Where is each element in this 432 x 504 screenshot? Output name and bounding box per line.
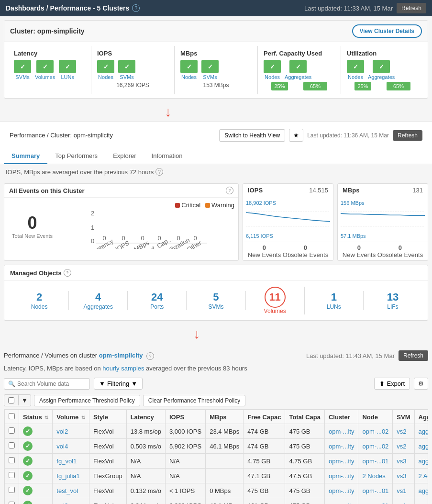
agg-link-3[interactable]: aggr3 [419, 458, 428, 465]
vol4-link[interactable]: vol4 [56, 443, 68, 450]
agg-link-5[interactable]: aggr1 [419, 487, 428, 494]
th-cluster[interactable]: Cluster [324, 410, 358, 424]
search-box[interactable]: 🔍 [4, 378, 90, 390]
agg-link-4[interactable]: 2 Ag...tes [419, 472, 428, 480]
managed-volumes-num[interactable]: 11 [265, 287, 286, 308]
clear-policy-button[interactable]: Clear Performance Threshold Policy [143, 395, 246, 406]
agg-link-6[interactable]: aggr3 [419, 502, 428, 504]
volumes-title-cluster[interactable]: opm-simplicity [99, 352, 143, 359]
th-volume[interactable]: Volume ⇅ [53, 410, 89, 424]
test-vol-link[interactable]: test_vol [56, 487, 78, 494]
managed-luns-label[interactable]: LUNs [305, 303, 363, 310]
managed-aggregates-num[interactable]: 4 [69, 291, 127, 303]
check-label-util-agg[interactable]: Aggregates [368, 74, 395, 80]
help-icon[interactable]: ? [132, 4, 140, 12]
check-label-luns[interactable]: LUNs [61, 74, 74, 80]
managed-svms-num[interactable]: 5 [187, 291, 245, 303]
row-checkbox-2[interactable] [9, 442, 15, 448]
settings-button[interactable]: ⚙ [414, 378, 428, 390]
th-status[interactable]: Status ⇅ [19, 410, 53, 424]
td-checkbox-4[interactable] [5, 469, 19, 483]
check-label-iops-svms[interactable]: SVMs [120, 74, 133, 80]
managed-lifs-num[interactable]: 13 [364, 291, 422, 303]
tab-top-performers[interactable]: Top Performers [47, 148, 105, 164]
volumes-refresh-button[interactable]: Refresh [399, 350, 428, 361]
tab-summary[interactable]: Summary [4, 148, 47, 164]
td-checkbox-1[interactable] [5, 424, 19, 439]
managed-aggregates-label[interactable]: Aggregates [69, 303, 127, 310]
managed-volumes-label[interactable]: Volumes [264, 308, 286, 314]
managed-luns-num[interactable]: 1 [305, 291, 363, 303]
td-checkbox-2[interactable] [5, 439, 19, 454]
check-label-svms[interactable]: SVMs [15, 74, 29, 80]
check-label-perf-nodes[interactable]: Nodes [265, 74, 280, 80]
check-label-mbps-nodes[interactable]: Nodes [181, 74, 197, 80]
tab-explorer[interactable]: Explorer [105, 148, 144, 164]
check-label-mbps-svms[interactable]: SVMs [203, 74, 217, 80]
switch-health-button[interactable]: Switch to Health View [219, 129, 285, 142]
svm-link-6[interactable]: vs1 [397, 502, 406, 504]
svm-link-2[interactable]: vs2 [397, 443, 406, 450]
cluster-link-5[interactable]: opm-...ity [329, 487, 354, 494]
managed-lifs-label[interactable]: LIFs [364, 303, 422, 310]
th-free-cap[interactable]: Free Capac [244, 410, 285, 424]
view-cluster-details-button[interactable]: View Cluster Details [352, 24, 422, 38]
all-events-help-icon[interactable]: ? [226, 187, 233, 194]
filter-button[interactable]: ▼ Filtering ▼ [94, 378, 143, 390]
cluster-link-6[interactable]: opm-...ity [329, 502, 354, 504]
checkbox-area[interactable] [4, 395, 19, 405]
tab-information[interactable]: Information [144, 148, 190, 164]
th-svm[interactable]: SVM [393, 410, 414, 424]
cluster-link-4[interactable]: opm-...ity [329, 472, 354, 480]
vol2-link[interactable]: vol2 [56, 428, 68, 435]
perf-refresh-button[interactable]: Refresh [393, 130, 422, 141]
export-button[interactable]: ⬆ Export [374, 378, 410, 390]
th-mbps[interactable]: MBps [206, 410, 244, 424]
cluster-link-2[interactable]: opm-...ity [329, 443, 354, 450]
agg-link-2[interactable]: aggr4 [419, 443, 428, 450]
fg-vol1-link[interactable]: fg_vol1 [56, 458, 77, 465]
row-checkbox-5[interactable] [9, 487, 15, 493]
assign-policy-button[interactable]: Assign Performance Threshold Policy [34, 395, 140, 406]
fg-julia1-link[interactable]: fg_julia1 [56, 472, 79, 480]
th-aggregate[interactable]: Aggregate [414, 410, 428, 424]
th-checkbox[interactable] [5, 410, 19, 424]
vol3-link[interactable]: vol3 [56, 502, 68, 504]
node-link-3[interactable]: opm-...01 [362, 458, 388, 465]
managed-svms-label[interactable]: SVMs [187, 303, 245, 310]
row-checkbox-6[interactable] [9, 502, 15, 504]
select-all-checkbox[interactable] [8, 397, 14, 403]
th-total-cap[interactable]: Total Capa [285, 410, 325, 424]
th-latency[interactable]: Latency [126, 410, 165, 424]
star-button[interactable]: ★ [289, 129, 303, 142]
checkbox-dropdown-arrow[interactable]: ▼ [19, 395, 31, 406]
summary-help-icon[interactable]: ? [155, 168, 163, 176]
th-iops[interactable]: IOPS [165, 410, 205, 424]
row-checkbox-4[interactable] [9, 472, 15, 478]
agg-link-1[interactable]: aggr4 [419, 428, 428, 435]
check-label-volumes[interactable]: Volumes [35, 74, 55, 80]
svm-link-3[interactable]: vs3 [397, 458, 406, 465]
row-checkbox-3[interactable] [9, 457, 15, 463]
cluster-link-3[interactable]: opm-...ity [329, 458, 354, 465]
svm-link-4[interactable]: vs3 [397, 472, 406, 480]
th-style[interactable]: Style [89, 410, 126, 424]
td-checkbox-3[interactable] [5, 454, 19, 469]
td-checkbox-6[interactable] [5, 498, 19, 504]
search-input[interactable] [17, 381, 86, 387]
node-link-1[interactable]: opm-...02 [362, 428, 388, 435]
svm-link-5[interactable]: vs1 [397, 487, 406, 494]
volumes-note-link[interactable]: hourly samples [102, 365, 144, 372]
volumes-help-icon[interactable]: ? [146, 352, 154, 360]
node-link-4[interactable]: 2 Nodes [362, 472, 385, 480]
managed-nodes-label[interactable]: Nodes [10, 303, 68, 310]
managed-nodes-num[interactable]: 2 [10, 291, 68, 303]
node-link-2[interactable]: opm-...02 [362, 443, 388, 450]
th-node[interactable]: Node [358, 410, 393, 424]
header-checkbox[interactable] [9, 413, 15, 419]
node-link-6[interactable]: opm-...01 [362, 502, 388, 504]
svm-link-1[interactable]: vs2 [397, 428, 406, 435]
managed-objects-help-icon[interactable]: ? [64, 269, 71, 277]
check-label-iops-nodes[interactable]: Nodes [98, 74, 113, 80]
check-label-util-nodes[interactable]: Nodes [348, 74, 363, 80]
